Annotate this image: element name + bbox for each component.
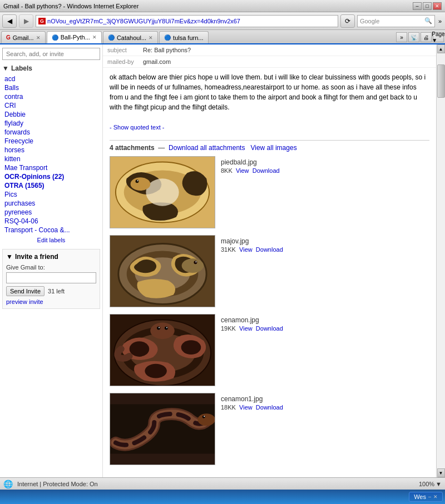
invite-email-input[interactable] bbox=[6, 272, 96, 283]
scroll-down-button[interactable]: ▼ bbox=[437, 468, 445, 477]
svg-point-12 bbox=[194, 261, 197, 264]
minimize-button[interactable]: – bbox=[413, 2, 422, 10]
download-all-link[interactable]: Download all attachments bbox=[169, 144, 245, 152]
attachment-1-download[interactable]: Download bbox=[253, 167, 280, 174]
main-layout: ▼ Labels acd Balls contra CRI Debbie fly… bbox=[0, 44, 445, 477]
svg-point-23 bbox=[159, 327, 160, 328]
attachments-count: 4 attachments bbox=[110, 144, 155, 152]
label-contra[interactable]: contra bbox=[2, 92, 100, 101]
tab-gmail[interactable]: G Gmail... ✕ bbox=[1, 31, 46, 43]
taskbar-wes-item[interactable]: Wes – ✕ bbox=[409, 492, 443, 502]
search-input-nav[interactable]: Google bbox=[360, 18, 423, 24]
attachment-2-download[interactable]: Download bbox=[256, 246, 283, 253]
svg-point-27 bbox=[197, 413, 215, 426]
send-invite-button[interactable]: Send Invite bbox=[6, 286, 44, 296]
taskbar-item-label: Wes bbox=[414, 493, 426, 500]
tabs-bar: G Gmail... ✕ 🔵 Ball-Pyth... ✕ 🔵 Catahoul… bbox=[0, 30, 445, 44]
tab-ball-python-label: Ball-Pyth... bbox=[61, 34, 90, 41]
label-debbie[interactable]: Debbie bbox=[2, 110, 100, 119]
gmail-favicon: G bbox=[38, 18, 46, 24]
attachment-4-view[interactable]: View bbox=[239, 404, 253, 411]
svg-point-11 bbox=[182, 258, 204, 273]
page-button[interactable]: Page ▼ bbox=[433, 32, 444, 42]
label-horses[interactable]: horses bbox=[2, 146, 100, 154]
attachment-3-thumb bbox=[110, 314, 215, 386]
label-rsq[interactable]: RSQ-04-06 bbox=[2, 217, 100, 226]
tab-catahoul-label: Catahoul... bbox=[117, 34, 146, 41]
left-count: 31 left bbox=[48, 288, 65, 295]
label-balls[interactable]: Balls bbox=[2, 83, 100, 92]
edit-labels-link[interactable]: Edit labels bbox=[2, 237, 100, 243]
label-flylady[interactable]: flylady bbox=[2, 119, 100, 128]
label-pics[interactable]: Pics bbox=[2, 190, 100, 199]
snake-2-image bbox=[110, 235, 215, 307]
address-bar[interactable]: nOVou_egVtZR7mC_3jQY8GWUGUYjjuY8Ui7mEv&z… bbox=[47, 18, 240, 24]
attachment-1-view[interactable]: View bbox=[236, 167, 249, 174]
title-bar: Gmail - Ball pythons? - Windows Internet… bbox=[0, 0, 445, 12]
tab-ball-python[interactable]: 🔵 Ball-Pyth... ✕ bbox=[47, 31, 102, 43]
label-ocr-opinions[interactable]: OCR-Opinions (22) bbox=[2, 172, 100, 181]
feed-button[interactable]: 📡 bbox=[408, 32, 419, 42]
label-pyrenees[interactable]: pyrenees bbox=[2, 208, 100, 217]
attachment-4-download[interactable]: Download bbox=[256, 404, 283, 411]
label-acd[interactable]: acd bbox=[2, 74, 100, 83]
search-add-input[interactable] bbox=[2, 48, 100, 60]
label-cri[interactable]: CRI bbox=[2, 101, 100, 110]
taskbar-minimize-icon[interactable]: – bbox=[428, 494, 431, 500]
refresh-button[interactable]: ⟳ bbox=[340, 14, 355, 28]
close-window-button[interactable]: ✕ bbox=[433, 2, 442, 10]
attachment-4-size: 18KK bbox=[221, 404, 236, 411]
tab-tulsa[interactable]: 🔵 tulsa furn... bbox=[159, 31, 208, 43]
label-otra[interactable]: OTRA (1565) bbox=[2, 181, 100, 190]
invite-section: ▼ Invite a friend Give Gmail to: Send In… bbox=[2, 249, 100, 309]
globe-icon: 🌐 bbox=[3, 480, 13, 488]
label-freecycle[interactable]: Freecycle bbox=[2, 137, 100, 146]
label-kitten[interactable]: kitten bbox=[2, 154, 100, 163]
forward-button[interactable]: ▶ bbox=[19, 14, 33, 28]
tab-tulsa-label: tulsa furn... bbox=[173, 34, 203, 41]
invite-label-text: Give Gmail to: bbox=[6, 264, 96, 271]
scroll-thumb[interactable] bbox=[437, 64, 445, 98]
attachment-2-view[interactable]: View bbox=[239, 246, 253, 253]
sidebar: ▼ Labels acd Balls contra CRI Debbie fly… bbox=[0, 44, 103, 477]
svg-point-22 bbox=[157, 326, 160, 330]
label-mae-transport[interactable]: Mae Transport bbox=[2, 163, 100, 172]
svg-point-24 bbox=[165, 326, 168, 330]
label-transport-cocoa[interactable]: Transport - Cocoa &... bbox=[2, 226, 100, 234]
mailed-by-value: gmail.com bbox=[143, 58, 171, 65]
attachment-1-size: 8KK bbox=[221, 167, 233, 174]
tab-ball-python-close[interactable]: ✕ bbox=[92, 34, 97, 40]
scroll-up-button[interactable]: ▲ bbox=[437, 44, 445, 53]
gmail-tab-icon: G bbox=[6, 34, 11, 41]
svg-point-3 bbox=[146, 178, 179, 206]
search-nav-button[interactable]: 🔍 bbox=[424, 17, 432, 24]
mailed-by-label: mailed-by bbox=[107, 58, 141, 65]
attachments-section: 4 attachments — Download all attachments… bbox=[103, 144, 436, 477]
scroll-track bbox=[437, 53, 445, 468]
tabs-overflow-button[interactable]: » bbox=[396, 32, 407, 42]
tab-catahoul-close[interactable]: ✕ bbox=[149, 35, 153, 41]
labels-header[interactable]: ▼ Labels bbox=[2, 64, 100, 72]
email-main: subject Re: Ball pythons? mailed-by gmai… bbox=[103, 44, 436, 477]
zoom-dropdown-icon[interactable]: ▼ bbox=[436, 481, 442, 487]
back-button[interactable]: ◀ bbox=[2, 14, 17, 28]
attachment-3-download[interactable]: Download bbox=[256, 325, 283, 332]
invite-header[interactable]: ▼ Invite a friend bbox=[6, 253, 96, 261]
attachment-3-view[interactable]: View bbox=[239, 325, 253, 332]
nav-extra[interactable]: » bbox=[437, 17, 443, 26]
tab-gmail-label: Gmail... bbox=[13, 34, 34, 41]
print-button[interactable]: 🖨 bbox=[421, 32, 432, 42]
taskbar-close-icon[interactable]: ✕ bbox=[433, 494, 438, 500]
label-forwards[interactable]: forwards bbox=[2, 128, 100, 137]
snake-3-image bbox=[110, 314, 215, 386]
show-quoted-link[interactable]: - Show quoted text - bbox=[110, 124, 164, 131]
view-all-images-link[interactable]: View all images bbox=[250, 144, 296, 152]
maximize-button[interactable]: □ bbox=[423, 2, 432, 10]
preview-invite-link[interactable]: preview invite bbox=[6, 298, 96, 305]
tab-gmail-close[interactable]: ✕ bbox=[36, 35, 41, 41]
scrollbar: ▲ ▼ bbox=[436, 44, 445, 477]
label-purchases[interactable]: purchases bbox=[2, 199, 100, 208]
tab-catahoul[interactable]: 🔵 Catahoul... ✕ bbox=[103, 31, 158, 43]
attachment-1-thumb bbox=[110, 156, 215, 228]
svg-point-4 bbox=[131, 177, 151, 191]
